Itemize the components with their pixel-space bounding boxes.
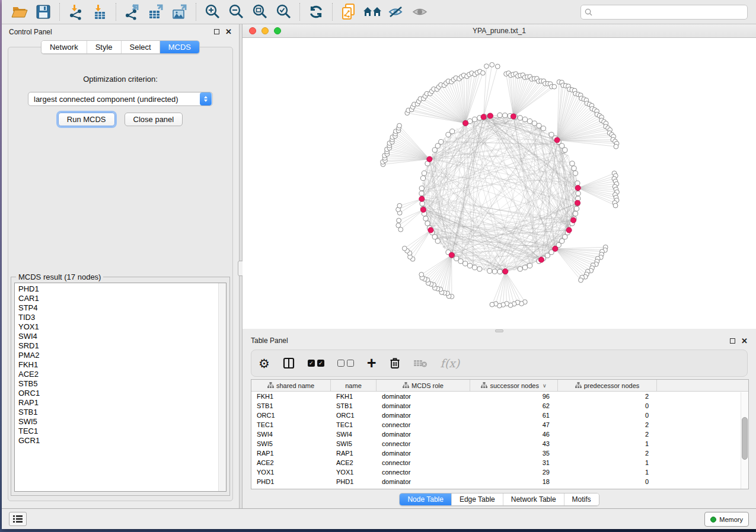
- export-image-icon[interactable]: [170, 3, 190, 21]
- mcds-result-item[interactable]: PMA2: [18, 351, 226, 360]
- cell-name[interactable]: SWI5: [331, 439, 377, 448]
- horizontal-splitter-grip[interactable]: [495, 329, 503, 332]
- show-all-icon[interactable]: [410, 3, 430, 21]
- export-network-icon[interactable]: [122, 3, 142, 21]
- mcds-result-item[interactable]: STB5: [18, 379, 226, 389]
- cell-shared-name[interactable]: ORC1: [251, 411, 331, 420]
- mcds-result-item[interactable]: ORC1: [18, 389, 226, 398]
- cell-name[interactable]: SWI4: [331, 430, 377, 439]
- zoom-in-icon[interactable]: [202, 3, 222, 21]
- tab-mcds[interactable]: MCDS: [160, 41, 199, 53]
- cell-shared-name[interactable]: RAP1: [251, 448, 331, 458]
- mcds-result-item[interactable]: GCR1: [18, 436, 226, 446]
- cell-shared-name[interactable]: STB1: [251, 401, 331, 411]
- mcds-result-item[interactable]: ACE2: [18, 370, 226, 379]
- cell-name[interactable]: STB1: [331, 401, 377, 411]
- tab-network-table[interactable]: Network Table: [503, 493, 564, 505]
- hide-selected-icon[interactable]: [386, 3, 406, 21]
- function-builder-icon[interactable]: f(x): [441, 354, 460, 372]
- mcds-result-item[interactable]: CAR1: [18, 294, 226, 303]
- mcds-hub-node[interactable]: [503, 269, 508, 274]
- mcds-result-list[interactable]: PHD1CAR1STP4TID3YOX1SWI4SRD1PMA2FKH1ACE2…: [14, 283, 227, 492]
- network-window-titlebar[interactable]: YPA_prune.txt_1: [243, 24, 756, 38]
- table-row[interactable]: TEC1TEC1connector472: [251, 420, 748, 430]
- cell-MCDS-role[interactable]: connector: [377, 420, 470, 430]
- mcds-hub-node[interactable]: [419, 196, 425, 201]
- mcds-result-item[interactable]: RAP1: [18, 398, 226, 408]
- tab-node-table[interactable]: Node Table: [400, 493, 452, 505]
- tab-network[interactable]: Network: [42, 41, 87, 53]
- mcds-hub-node[interactable]: [575, 200, 580, 206]
- cell-predecessor-nodes[interactable]: 1: [558, 458, 657, 467]
- mcds-hub-node[interactable]: [538, 257, 544, 262]
- column-header-shared-name[interactable]: shared name: [251, 380, 331, 391]
- mcds-hub-node[interactable]: [463, 120, 468, 126]
- cell-shared-name[interactable]: SWI5: [251, 439, 331, 448]
- mcds-hub-node[interactable]: [481, 114, 486, 120]
- clone-network-icon[interactable]: [339, 3, 359, 21]
- mcds-hub-node[interactable]: [428, 227, 433, 233]
- mcds-hub-node[interactable]: [487, 113, 493, 118]
- column-header-name[interactable]: name: [331, 380, 377, 391]
- cell-successor-nodes[interactable]: 61: [470, 411, 558, 420]
- mcds-hub-node[interactable]: [427, 156, 432, 162]
- mcds-hub-node[interactable]: [553, 246, 558, 251]
- mcds-result-item[interactable]: STB1: [18, 408, 226, 417]
- cell-predecessor-nodes[interactable]: 1: [558, 467, 657, 477]
- close-panel-button[interactable]: Close panel: [125, 113, 183, 126]
- cell-MCDS-role[interactable]: dominator: [377, 392, 470, 401]
- column-header-predecessor-nodes[interactable]: predecessor nodes: [558, 380, 657, 391]
- task-history-button[interactable]: [9, 512, 27, 526]
- import-network-icon[interactable]: [66, 3, 86, 21]
- tab-select[interactable]: Select: [122, 41, 160, 53]
- mcds-result-item[interactable]: TEC1: [18, 427, 226, 436]
- table-row[interactable]: ORC1ORC1dominator610: [251, 411, 748, 420]
- search-box[interactable]: [580, 5, 748, 20]
- mcds-hub-node[interactable]: [566, 227, 572, 233]
- mcds-result-item[interactable]: SWI5: [18, 417, 226, 427]
- horizontal-splitter[interactable]: [243, 329, 756, 333]
- cell-successor-nodes[interactable]: 62: [470, 401, 558, 411]
- table-row[interactable]: PHD1PHD1dominator180: [251, 477, 748, 486]
- cell-MCDS-role[interactable]: dominator: [377, 411, 470, 420]
- float-panel-icon[interactable]: [214, 29, 219, 34]
- mcds-hub-node[interactable]: [511, 114, 516, 119]
- cell-name[interactable]: ACE2: [331, 458, 377, 467]
- search-input[interactable]: [595, 8, 744, 17]
- tab-style[interactable]: Style: [87, 41, 122, 53]
- cell-shared-name[interactable]: YOX1: [251, 467, 331, 477]
- import-table-icon[interactable]: [90, 3, 110, 21]
- cell-shared-name[interactable]: ACE2: [251, 458, 331, 467]
- cell-predecessor-nodes[interactable]: 2: [558, 420, 657, 430]
- open-file-icon[interactable]: [9, 3, 30, 21]
- column-header-MCDS-role[interactable]: MCDS role: [377, 380, 470, 391]
- save-session-icon[interactable]: [33, 3, 53, 21]
- cell-MCDS-role[interactable]: dominator: [377, 477, 470, 486]
- cell-name[interactable]: PHD1: [331, 477, 377, 486]
- cell-predecessor-nodes[interactable]: 0: [558, 411, 657, 420]
- mcds-result-item[interactable]: YOX1: [18, 322, 226, 332]
- delete-table-icon[interactable]: [413, 354, 428, 372]
- network-graph[interactable]: [243, 38, 756, 329]
- result-list-scrollbar[interactable]: [218, 283, 226, 491]
- mcds-hub-node[interactable]: [575, 185, 580, 191]
- table-row[interactable]: ACE2ACE2connector311: [251, 458, 748, 467]
- cell-successor-nodes[interactable]: 43: [470, 439, 558, 448]
- table-row[interactable]: SWI4SWI4dominator462: [251, 430, 748, 439]
- run-mcds-button[interactable]: Run MCDS: [58, 113, 115, 126]
- cell-successor-nodes[interactable]: 96: [470, 392, 558, 401]
- cell-MCDS-role[interactable]: connector: [377, 458, 470, 467]
- cell-MCDS-role[interactable]: dominator: [377, 448, 470, 458]
- column-settings-icon[interactable]: [283, 354, 295, 372]
- memory-button[interactable]: Memory: [704, 512, 749, 527]
- cell-successor-nodes[interactable]: 35: [470, 448, 558, 458]
- table-row[interactable]: STB1STB1dominator620: [251, 401, 748, 411]
- mcds-result-item[interactable]: SRD1: [18, 341, 226, 351]
- mcds-hub-node[interactable]: [554, 137, 560, 143]
- cell-MCDS-role[interactable]: connector: [377, 439, 470, 448]
- zoom-out-icon[interactable]: [226, 3, 246, 21]
- table-scrollbar-thumb[interactable]: [742, 417, 748, 460]
- cell-MCDS-role[interactable]: dominator: [377, 430, 470, 439]
- criterion-select[interactable]: largest connected component (undirected): [28, 92, 213, 106]
- column-header-successor-nodes[interactable]: successor nodes∨: [470, 380, 558, 391]
